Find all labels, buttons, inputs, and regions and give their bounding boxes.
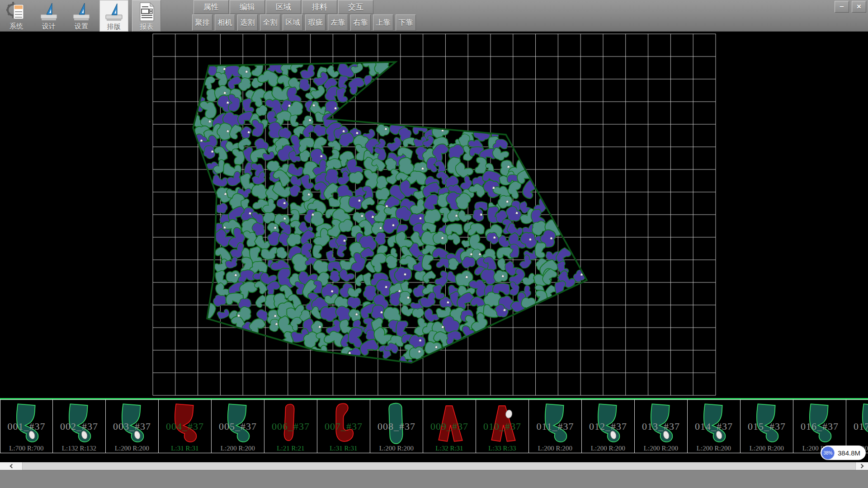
nesting-application-window: 系统 设计 设置 xyxy=(0,0,868,488)
piece-id-label: 006_#37 xyxy=(264,421,317,432)
piece-lr-label: L:31 R:31 xyxy=(159,445,211,452)
thumbnail-cell-013[interactable]: 013_#37 L:200 R:200 xyxy=(635,399,688,453)
nest-pieces xyxy=(189,56,587,370)
close-button[interactable]: × xyxy=(852,1,866,13)
thumbnail-cell-012[interactable]: 012_#37 L:200 R:200 xyxy=(582,399,635,453)
tool-cluster-nest[interactable]: 聚排 xyxy=(192,14,212,31)
nav-layout-label: 排版 xyxy=(107,23,121,31)
thumbnail-cell-002[interactable]: 002_#37 L:132 R:132 xyxy=(53,399,106,453)
design-setsquare-icon xyxy=(39,1,59,22)
piece-id-label: 003_#37 xyxy=(106,421,158,432)
thumbnail-cell-006[interactable]: 006_#37 L:21 R:21 xyxy=(264,399,317,453)
thumbnail-cell-009[interactable]: 009_#37 L:32 R:31 xyxy=(423,399,476,453)
nav-design-button[interactable]: 设计 xyxy=(34,0,63,32)
piece-id-label: 012_#37 xyxy=(582,421,634,432)
tool-region[interactable]: 区域 xyxy=(283,14,303,31)
top-toolbar: 系统 设计 设置 xyxy=(0,0,868,32)
piece-id-label: 011_#37 xyxy=(529,421,581,432)
thumbnail-cell-010[interactable]: 010_#37 L:33 R:33 xyxy=(476,399,529,453)
memory-usage-badge: 38% 384.8M xyxy=(821,446,866,460)
piece-lr-label: L:700 R:700 xyxy=(0,445,52,452)
window-controls: – × xyxy=(835,1,866,13)
piece-lr-label: L:200 R:200 xyxy=(106,445,158,452)
tool-button-row: 聚排 相机 选割 全割 区域 瑕疵 左靠 右靠 上靠 下靠 xyxy=(192,14,418,31)
layout-setsquare-icon xyxy=(104,1,124,22)
tool-align-bottom[interactable]: 下靠 xyxy=(396,14,416,31)
scroll-right-button[interactable] xyxy=(855,462,868,470)
tool-select-cut[interactable]: 选割 xyxy=(237,14,258,31)
piece-id-label: 010_#37 xyxy=(476,421,528,432)
piece-lr-label: L:200 R:200 xyxy=(582,445,634,452)
nav-design-label: 设计 xyxy=(42,22,56,31)
main-nav-buttons: 系统 设计 设置 xyxy=(2,0,165,32)
thumbnail-cell-005[interactable]: 005_#37 L:200 R:200 xyxy=(212,399,264,453)
nav-settings-button[interactable]: 设置 xyxy=(67,0,96,32)
piece-lr-label: L:200 R:200 xyxy=(529,445,581,452)
tool-cut-all[interactable]: 全割 xyxy=(260,14,280,31)
piece-lr-label: L:21 R:21 xyxy=(264,445,317,452)
piece-lr-label: L:200 R:200 xyxy=(688,445,740,452)
report-document-icon xyxy=(137,1,156,22)
horizontal-scrollbar[interactable] xyxy=(0,462,868,470)
thumbnail-cell-003[interactable]: 003_#37 L:200 R:200 xyxy=(106,399,159,453)
menu-region[interactable]: 区域 xyxy=(266,0,301,14)
piece-lr-label: L:33 R:33 xyxy=(476,445,528,452)
piece-lr-label: L:200 R:200 xyxy=(635,445,687,452)
status-bar xyxy=(0,470,868,488)
thumbnail-cell-001[interactable]: 001_#37 L:700 R:700 xyxy=(0,399,53,453)
menu-nesting[interactable]: 排料 xyxy=(302,0,337,14)
nav-system-button[interactable]: 系统 xyxy=(2,0,31,32)
thumbnail-cell-011[interactable]: 011_#37 L:200 R:200 xyxy=(529,399,582,453)
piece-id-label: 002_#37 xyxy=(53,421,105,432)
tool-camera[interactable]: 相机 xyxy=(215,14,235,31)
piece-id-label: 004_#37 xyxy=(159,421,211,432)
thumbnail-cell-015[interactable]: 015_#37 L:200 R:200 xyxy=(741,399,793,453)
menu-bar: 属性 编辑 区域 排料 交互 xyxy=(193,0,374,14)
thumbnail-cell-014[interactable]: 014_#37 L:200 R:200 xyxy=(688,399,741,453)
thumbnail-cell-004[interactable]: 004_#37 L:31 R:31 xyxy=(159,399,212,453)
menu-interactive[interactable]: 交互 xyxy=(338,0,373,14)
system-gear-icon xyxy=(6,1,26,22)
strip-bottom-gap: 38% 384.8M xyxy=(0,453,868,462)
piece-id-label: 001_#37 xyxy=(0,421,52,432)
nav-settings-label: 设置 xyxy=(75,22,88,31)
tool-defect[interactable]: 瑕疵 xyxy=(305,14,326,31)
piece-thumbnail-strip: 001_#37 L:700 R:700 002_#37 L:132 R:132 … xyxy=(0,399,868,453)
piece-id-label: 017_#37 xyxy=(846,421,868,432)
nest-canvas-area[interactable] xyxy=(0,32,868,398)
thumbnail-cell-007[interactable]: 007_#37 L:31 R:31 xyxy=(317,399,370,453)
piece-lr-label: L:200 R:200 xyxy=(212,445,264,452)
piece-id-label: 016_#37 xyxy=(793,421,846,432)
settings-setsquare-icon xyxy=(71,1,91,22)
piece-lr-label: L:200 R:200 xyxy=(370,445,423,452)
piece-id-label: 005_#37 xyxy=(212,421,264,432)
minimize-button[interactable]: – xyxy=(835,1,849,13)
nav-layout-button-active[interactable]: 排版 xyxy=(99,0,128,32)
thumbnail-cell-008[interactable]: 008_#37 L:200 R:200 xyxy=(370,399,423,453)
tool-align-top[interactable]: 上靠 xyxy=(373,14,393,31)
tool-align-left[interactable]: 左靠 xyxy=(328,14,348,31)
chevron-right-icon xyxy=(859,464,863,469)
nest-canvas-svg xyxy=(0,32,868,398)
piece-id-label: 008_#37 xyxy=(370,421,423,432)
piece-lr-label: L:31 R:31 xyxy=(317,445,370,452)
cpu-percent-indicator: 38% xyxy=(821,446,835,460)
chevron-left-icon xyxy=(9,464,14,469)
piece-id-label: 009_#37 xyxy=(423,421,476,432)
menu-edit[interactable]: 编辑 xyxy=(230,0,265,14)
nav-report-button[interactable]: 报表 xyxy=(132,0,161,32)
menu-attributes[interactable]: 属性 xyxy=(193,0,229,14)
piece-lr-label: L:132 R:132 xyxy=(53,445,105,452)
scroll-left-button[interactable] xyxy=(0,462,23,470)
piece-id-label: 014_#37 xyxy=(688,421,740,432)
piece-id-label: 007_#37 xyxy=(317,421,370,432)
nav-system-label: 系统 xyxy=(9,22,23,31)
piece-id-label: 013_#37 xyxy=(635,421,687,432)
piece-lr-label: L:200 R:200 xyxy=(741,445,793,452)
piece-lr-label: L:32 R:31 xyxy=(423,445,476,452)
memory-value: 384.8M xyxy=(838,449,860,457)
tool-align-right[interactable]: 右靠 xyxy=(350,14,371,31)
piece-id-label: 015_#37 xyxy=(741,421,793,432)
nav-report-label: 报表 xyxy=(140,23,153,31)
